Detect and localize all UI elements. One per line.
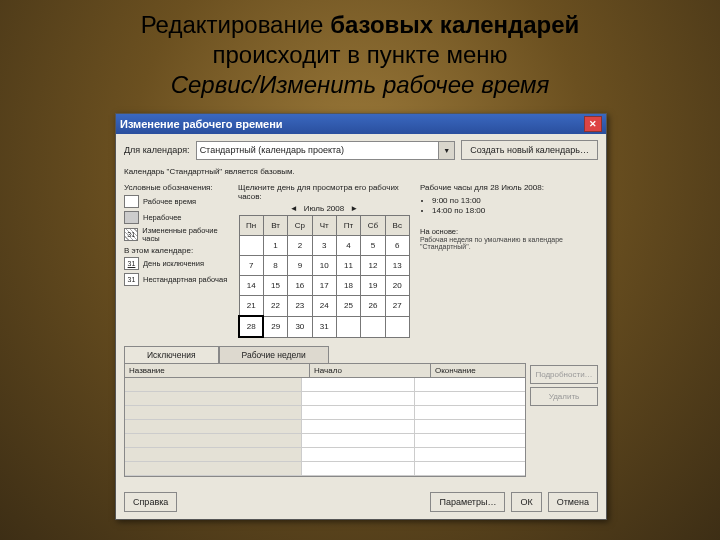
help-button[interactable]: Справка <box>124 492 177 512</box>
calendar-day[interactable]: 31 <box>312 316 336 337</box>
calendar-day[interactable]: 3 <box>312 236 336 256</box>
work-hours-1: 9:00 по 13:00 <box>432 196 598 205</box>
calendar-day[interactable]: 9 <box>288 256 312 276</box>
col-start: Начало <box>310 364 431 377</box>
legend-nonstandard: Нестандартная рабочая <box>143 276 227 284</box>
legend-swatch-exception: 31 <box>124 257 139 270</box>
legend-changed: Измененные рабочие часы <box>142 227 232 242</box>
legend-this-calendar: В этом календаре: <box>124 246 232 255</box>
calendar-day[interactable] <box>336 316 360 337</box>
for-calendar-label: Для календаря: <box>124 145 190 155</box>
calendar-day[interactable] <box>361 316 385 337</box>
tab-workweeks[interactable]: Рабочие недели <box>219 346 329 363</box>
dialog-window: Изменение рабочего времени ✕ Для календа… <box>115 113 607 520</box>
calendar-day[interactable]: 1 <box>263 236 287 256</box>
calendar-month: Июль 2008 <box>304 204 344 213</box>
create-calendar-button[interactable]: Создать новый календарь… <box>461 140 598 160</box>
dow-header: Пт <box>336 216 360 236</box>
calendar-day[interactable]: 12 <box>361 256 385 276</box>
dow-header: Пн <box>239 216 263 236</box>
dow-header: Вт <box>263 216 287 236</box>
calendar-day[interactable]: 5 <box>361 236 385 256</box>
based-on-text: Рабочая неделя по умолчанию в календаре … <box>420 236 598 250</box>
legend-swatch-nonworking <box>124 211 139 224</box>
calendar-day[interactable]: 14 <box>239 276 263 296</box>
calendar-day[interactable]: 18 <box>336 276 360 296</box>
ok-button[interactable]: ОК <box>511 492 541 512</box>
chevron-down-icon[interactable]: ▼ <box>438 142 454 159</box>
calendar-day[interactable]: 8 <box>263 256 287 276</box>
legend-nonworking: Нерабочее <box>143 214 181 222</box>
work-hours-2: 14:00 по 18:00 <box>432 206 598 215</box>
calendar-day[interactable]: 29 <box>263 316 287 337</box>
dow-header: Вс <box>385 216 409 236</box>
tab-exceptions[interactable]: Исключения <box>124 346 219 363</box>
heading-l2: происходит в пункте меню <box>213 41 508 68</box>
legend-swatch-changed: 31 <box>124 228 138 241</box>
calendar-day[interactable]: 16 <box>288 276 312 296</box>
calendar-day[interactable]: 15 <box>263 276 287 296</box>
dow-header: Ср <box>288 216 312 236</box>
calendar-day[interactable]: 20 <box>385 276 409 296</box>
calendar-grid[interactable]: ПнВтСрЧтПтСбВс 1234567891011121314151617… <box>238 215 410 338</box>
legend-exception-day: День исключения <box>143 260 204 268</box>
exceptions-grid[interactable]: Название Начало Окончание <box>124 363 526 477</box>
calendar-day[interactable] <box>239 236 263 256</box>
legend-title: Условные обозначения: <box>124 183 232 192</box>
calendar-day[interactable]: 7 <box>239 256 263 276</box>
details-button[interactable]: Подробности… <box>530 365 598 384</box>
calendar-day[interactable]: 10 <box>312 256 336 276</box>
calendar-day[interactable] <box>385 316 409 337</box>
titlebar[interactable]: Изменение рабочего времени ✕ <box>116 114 606 134</box>
options-button[interactable]: Параметры… <box>430 492 505 512</box>
close-icon[interactable]: ✕ <box>584 116 602 132</box>
slide-heading: Редактирование базовых календарей происх… <box>0 10 720 100</box>
calendar-day[interactable]: 17 <box>312 276 336 296</box>
calendar-day[interactable]: 2 <box>288 236 312 256</box>
legend-working: Рабочее время <box>143 198 196 206</box>
calendar-day[interactable]: 26 <box>361 296 385 317</box>
calendar-day[interactable]: 30 <box>288 316 312 337</box>
detail-title: Рабочие часы для 28 Июль 2008: <box>420 183 598 192</box>
legend-swatch-working <box>124 195 139 208</box>
calendar-day[interactable]: 25 <box>336 296 360 317</box>
heading-l1a: Редактирование <box>141 11 331 38</box>
based-on-label: На основе: <box>420 227 598 236</box>
cal-next-icon[interactable]: ► <box>350 204 358 213</box>
dow-header: Сб <box>361 216 385 236</box>
calendar-select[interactable]: Стандартный (календарь проекта) ▼ <box>196 141 456 160</box>
dow-header: Чт <box>312 216 336 236</box>
calendar-day[interactable]: 28 <box>239 316 263 337</box>
col-name: Название <box>125 364 310 377</box>
col-end: Окончание <box>431 364 525 377</box>
delete-button[interactable]: Удалить <box>530 387 598 406</box>
calendar-day[interactable]: 4 <box>336 236 360 256</box>
base-calendar-note: Календарь "Стандартный" является базовым… <box>116 166 606 179</box>
heading-l1b: базовых календарей <box>330 11 579 38</box>
click-day-note: Щелкните день для просмотра его рабочих … <box>238 183 410 201</box>
calendar-day[interactable]: 27 <box>385 296 409 317</box>
calendar-day[interactable]: 24 <box>312 296 336 317</box>
calendar-day[interactable]: 13 <box>385 256 409 276</box>
window-title: Изменение рабочего времени <box>120 118 283 130</box>
calendar-day[interactable]: 21 <box>239 296 263 317</box>
calendar-selected: Стандартный (календарь проекта) <box>200 145 344 155</box>
calendar-day[interactable]: 19 <box>361 276 385 296</box>
calendar-day[interactable]: 11 <box>336 256 360 276</box>
cal-prev-icon[interactable]: ◄ <box>290 204 298 213</box>
calendar-day[interactable]: 23 <box>288 296 312 317</box>
calendar-day[interactable]: 6 <box>385 236 409 256</box>
calendar-day[interactable]: 22 <box>263 296 287 317</box>
heading-l3: Сервис/Изменить рабочее время <box>171 71 550 98</box>
legend-swatch-nonstd: 31 <box>124 273 139 286</box>
cancel-button[interactable]: Отмена <box>548 492 598 512</box>
